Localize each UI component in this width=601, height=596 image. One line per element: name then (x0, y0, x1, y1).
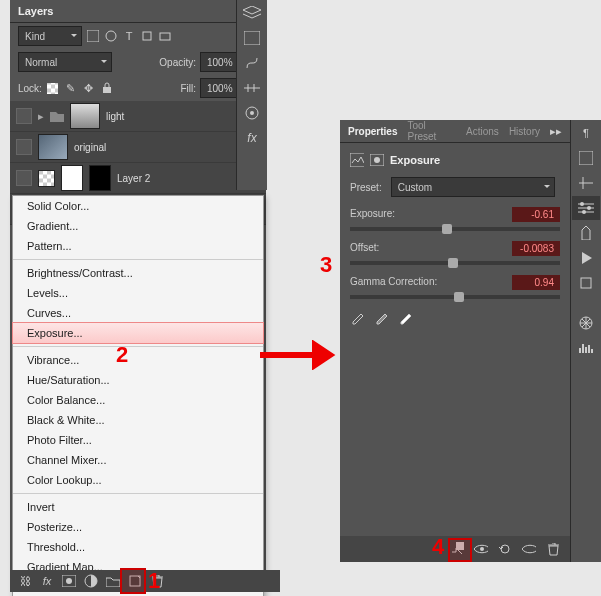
history-dock-icon[interactable] (572, 271, 600, 295)
offset-value[interactable]: -0.0083 (512, 241, 560, 256)
mask-thumb (89, 165, 111, 191)
exposure-value[interactable]: -0.61 (512, 207, 560, 222)
menu-brightness[interactable]: Brightness/Contrast... (13, 263, 263, 283)
tabs-overflow-icon[interactable]: ▸▸ (550, 125, 562, 138)
eyedropper-white-icon[interactable] (398, 313, 412, 327)
gamma-slider[interactable] (350, 295, 560, 299)
delete-adjustment-icon[interactable] (546, 542, 560, 556)
lock-label: Lock: (18, 83, 42, 94)
properties-body: Exposure Preset: Custom Exposure: -0.61 … (340, 143, 570, 337)
adjust-dock-icon[interactable] (238, 76, 266, 100)
svg-rect-0 (87, 30, 99, 42)
navigator-dock-icon[interactable] (572, 311, 600, 335)
filter-adjust-icon[interactable] (104, 29, 118, 43)
mask-icon[interactable] (62, 574, 76, 588)
channels-dock-icon[interactable] (238, 26, 266, 50)
tab-tool-preset[interactable]: Tool Preset (407, 120, 456, 142)
menu-vibrance[interactable]: Vibrance... (13, 350, 263, 370)
layers-header: Layers (10, 0, 266, 23)
svg-point-20 (582, 210, 586, 214)
character-dock-icon[interactable] (572, 171, 600, 195)
properties-title-row: Exposure (350, 153, 560, 167)
filter-type-icon[interactable]: T (122, 29, 136, 43)
dock-column: fx (236, 0, 267, 190)
adjustment-menu: Solid Color... Gradient... Pattern... Br… (12, 195, 264, 596)
menu-hue-sat[interactable]: Hue/Saturation... (13, 370, 263, 390)
exposure-field: Exposure: -0.61 (350, 207, 560, 231)
tab-actions[interactable]: Actions (466, 126, 499, 137)
menu-exposure[interactable]: Exposure... (12, 322, 264, 344)
layer-row[interactable]: Layer 2 (10, 163, 266, 194)
view-previous-icon[interactable] (474, 542, 488, 556)
filter-shape-icon[interactable] (140, 29, 154, 43)
gamma-label: Gamma Correction: (350, 276, 437, 287)
filter-pixel-icon[interactable] (86, 29, 100, 43)
menu-pattern[interactable]: Pattern... (13, 236, 263, 256)
lock-all-icon[interactable] (100, 81, 114, 95)
fx-icon[interactable]: fx (40, 574, 54, 588)
toggle-visibility-icon[interactable] (522, 542, 536, 556)
layer-name[interactable]: original (74, 142, 260, 153)
info-dock-icon[interactable] (572, 146, 600, 170)
adjustments-dock-icon[interactable] (572, 196, 600, 220)
styles-dock-icon[interactable] (238, 101, 266, 125)
svg-rect-5 (244, 31, 260, 45)
annotation-1: 1 (148, 568, 160, 594)
lock-row: Lock: ✎ ✥ Fill: 100% (10, 75, 266, 101)
annotation-4: 4 (432, 534, 444, 560)
menu-levels[interactable]: Levels... (13, 283, 263, 303)
mask-mode-icon[interactable] (370, 153, 384, 167)
visibility-icon[interactable] (16, 139, 32, 155)
lock-transparent-icon[interactable] (46, 81, 60, 95)
preset-select[interactable]: Custom (391, 177, 555, 197)
expand-icon[interactable]: ▸ (38, 110, 44, 123)
highlight-1 (120, 568, 146, 594)
exposure-label: Exposure: (350, 208, 395, 219)
blend-mode-select[interactable]: Normal (18, 52, 112, 72)
menu-posterize[interactable]: Posterize... (13, 517, 263, 537)
slider-knob[interactable] (454, 292, 464, 302)
menu-channel-mixer[interactable]: Channel Mixer... (13, 450, 263, 470)
menu-threshold[interactable]: Threshold... (13, 537, 263, 557)
offset-slider[interactable] (350, 261, 560, 265)
layer-row[interactable]: ▸ light (10, 101, 266, 132)
paragraph-dock-icon[interactable]: ¶ (572, 121, 600, 145)
eyedropper-black-icon[interactable] (350, 313, 364, 327)
eyedropper-gray-icon[interactable] (374, 313, 388, 327)
visibility-icon[interactable] (16, 170, 32, 186)
properties-panel: Properties Tool Preset Actions History ▸… (340, 120, 570, 562)
menu-invert[interactable]: Invert (13, 497, 263, 517)
reset-icon[interactable] (498, 542, 512, 556)
tools-dock-icon[interactable] (572, 221, 600, 245)
paths-dock-icon[interactable] (238, 51, 266, 75)
menu-black-white[interactable]: Black & White... (13, 410, 263, 430)
lock-paint-icon[interactable]: ✎ (64, 81, 78, 95)
adjustment-layer-icon[interactable] (84, 574, 98, 588)
tab-history[interactable]: History (509, 126, 540, 137)
layers-dock-icon[interactable] (238, 1, 266, 25)
svg-rect-12 (350, 153, 364, 167)
histogram-dock-icon[interactable] (572, 336, 600, 360)
tab-properties[interactable]: Properties (348, 126, 397, 137)
group-icon[interactable] (106, 574, 120, 588)
menu-solid-color[interactable]: Solid Color... (13, 196, 263, 216)
exposure-slider[interactable] (350, 227, 560, 231)
play-dock-icon[interactable] (572, 246, 600, 270)
fx-dock-icon[interactable]: fx (238, 126, 266, 150)
kind-select[interactable]: Kind (18, 26, 82, 46)
menu-gradient[interactable]: Gradient... (13, 216, 263, 236)
menu-curves[interactable]: Curves... (13, 303, 263, 323)
link-icon[interactable]: ⛓ (18, 574, 32, 588)
properties-tabs: Properties Tool Preset Actions History ▸… (340, 120, 570, 143)
slider-knob[interactable] (448, 258, 458, 268)
layer-row[interactable]: original (10, 132, 266, 163)
slider-knob[interactable] (442, 224, 452, 234)
lock-move-icon[interactable]: ✥ (82, 81, 96, 95)
menu-photo-filter[interactable]: Photo Filter... (13, 430, 263, 450)
gamma-value[interactable]: 0.94 (512, 275, 560, 290)
menu-color-lookup[interactable]: Color Lookup... (13, 470, 263, 490)
menu-color-balance[interactable]: Color Balance... (13, 390, 263, 410)
filter-smart-icon[interactable] (158, 29, 172, 43)
visibility-icon[interactable] (16, 108, 32, 124)
preset-field: Preset: Custom (350, 177, 560, 197)
